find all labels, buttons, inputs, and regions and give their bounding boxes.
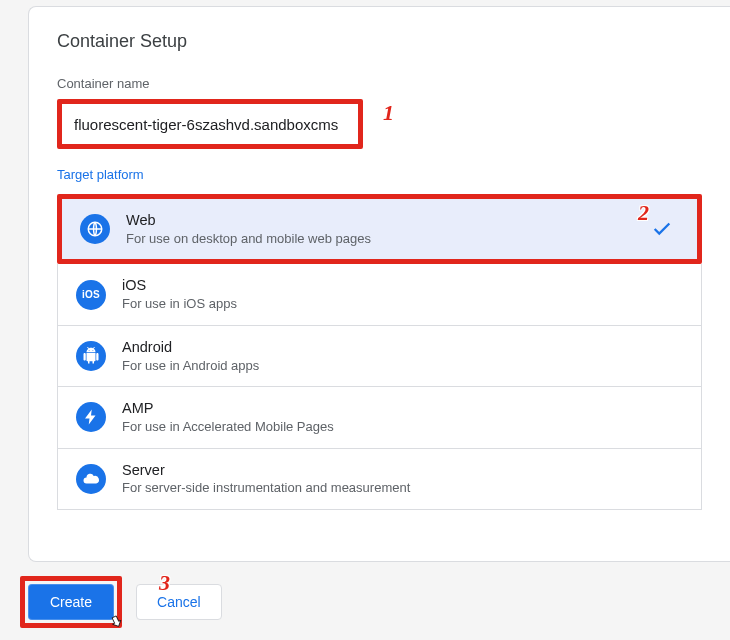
ios-icon: iOS [76, 280, 106, 310]
check-icon [651, 218, 673, 240]
platform-name: iOS [122, 276, 683, 295]
android-icon [76, 341, 106, 371]
platform-name: Android [122, 338, 683, 357]
platform-option-amp[interactable]: AMP For use in Accelerated Mobile Pages [58, 386, 701, 447]
panel-title: Container Setup [57, 31, 702, 52]
platform-name: AMP [122, 399, 683, 418]
platform-option-server[interactable]: Server For server-side instrumentation a… [58, 448, 701, 509]
container-name-input[interactable] [64, 106, 356, 142]
container-setup-panel: Container Setup Container name Target pl… [28, 6, 730, 562]
platform-desc: For server-side instrumentation and meas… [122, 479, 683, 497]
platform-text: Android For use in Android apps [122, 338, 683, 374]
platform-text: AMP For use in Accelerated Mobile Pages [122, 399, 683, 435]
target-platform-label: Target platform [57, 167, 702, 182]
platform-text: Server For server-side instrumentation a… [122, 461, 683, 497]
cloud-icon [76, 464, 106, 494]
platform-list: iOS iOS For use in iOS apps Android For … [57, 264, 702, 510]
platform-name: Web [126, 211, 651, 230]
cancel-button[interactable]: Cancel [136, 584, 222, 620]
annotation-box-1 [57, 99, 363, 149]
create-button[interactable]: Create [28, 584, 114, 620]
globe-icon [80, 214, 110, 244]
annotation-box-2: Web For use on desktop and mobile web pa… [57, 194, 702, 264]
platform-option-ios[interactable]: iOS iOS For use in iOS apps [58, 264, 701, 324]
container-name-label: Container name [57, 76, 702, 91]
platform-option-android[interactable]: Android For use in Android apps [58, 325, 701, 386]
button-row: Create Cancel [20, 576, 222, 628]
bolt-icon [76, 402, 106, 432]
platform-desc: For use in iOS apps [122, 295, 683, 313]
platform-name: Server [122, 461, 683, 480]
platform-desc: For use on desktop and mobile web pages [126, 230, 651, 248]
platform-option-web[interactable]: Web For use on desktop and mobile web pa… [62, 199, 697, 259]
platform-desc: For use in Android apps [122, 357, 683, 375]
platform-text: iOS For use in iOS apps [122, 276, 683, 312]
platform-desc: For use in Accelerated Mobile Pages [122, 418, 683, 436]
platform-text: Web For use on desktop and mobile web pa… [126, 211, 651, 247]
annotation-box-3: Create [20, 576, 122, 628]
